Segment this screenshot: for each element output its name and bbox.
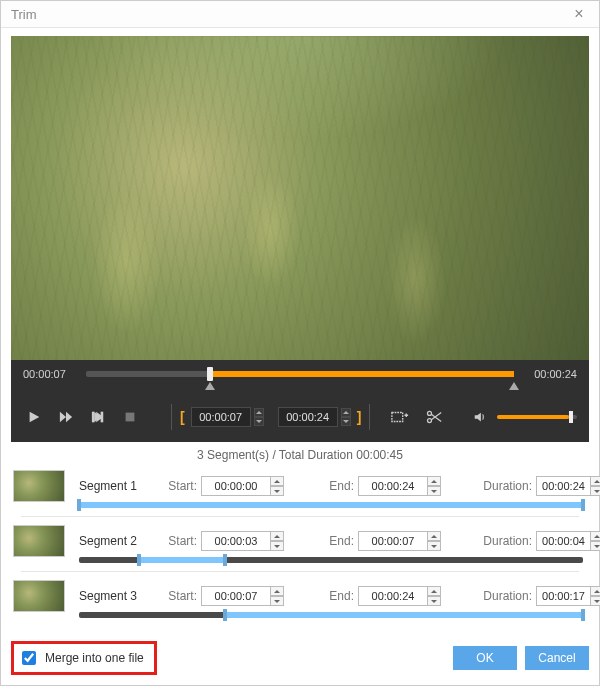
add-segment-icon[interactable] [388, 406, 412, 428]
in-time-field[interactable]: 00:00:07 [191, 407, 251, 427]
titlebar: Trim × [1, 1, 599, 28]
volume-icon[interactable] [469, 406, 491, 428]
segment-start-spinner[interactable] [271, 531, 284, 551]
segment-track[interactable] [79, 502, 583, 508]
trim-markers-row [86, 382, 514, 396]
segment-end-field[interactable]: 00:00:24 [358, 586, 428, 606]
window-title: Trim [11, 7, 37, 22]
segment-duration-field[interactable]: 00:00:17 [536, 586, 591, 606]
out-time-field[interactable]: 00:00:24 [278, 407, 338, 427]
segment-end-spinner[interactable] [428, 531, 441, 551]
svg-rect-2 [126, 413, 135, 422]
segment-start-spinner[interactable] [271, 476, 284, 496]
segment-start-field[interactable]: 00:00:07 [201, 586, 271, 606]
segment-duration-spinner[interactable] [591, 531, 600, 551]
preview-area [1, 28, 599, 360]
close-icon[interactable]: × [569, 5, 589, 23]
start-label: Start: [157, 479, 197, 493]
segment-name: Segment 3 [73, 589, 153, 603]
next-frame-icon[interactable] [87, 406, 109, 428]
segment-row[interactable]: Segment 2Start:00:00:03End:00:00:07Durat… [11, 521, 589, 557]
end-time: 00:00:24 [522, 368, 577, 380]
ok-button[interactable]: OK [453, 646, 517, 670]
segment-divider [21, 571, 579, 572]
segment-track-row [11, 612, 589, 622]
merge-label: Merge into one file [45, 651, 144, 665]
segment-thumbnail [13, 470, 65, 502]
segment-duration-field[interactable]: 00:00:04 [536, 531, 591, 551]
segment-end-spinner[interactable] [428, 586, 441, 606]
playhead-thumb[interactable] [207, 367, 213, 381]
segment-divider [21, 516, 579, 517]
segment-track-row [11, 557, 589, 567]
timeline-track[interactable] [86, 371, 514, 377]
segment-track-row [11, 502, 589, 512]
scissors-icon[interactable] [422, 406, 446, 428]
video-preview[interactable] [11, 36, 589, 360]
segment-duration-spinner[interactable] [591, 476, 600, 496]
in-out-group: [ 00:00:07 00:00:24 ] [171, 404, 370, 430]
svg-point-5 [428, 419, 432, 423]
svg-rect-1 [101, 412, 103, 423]
start-label: Start: [157, 534, 197, 548]
duration-label: Duration: [477, 589, 532, 603]
segments-summary: 3 Segment(s) / Total Duration 00:00:45 [1, 442, 599, 466]
set-out-bracket-icon[interactable]: ] [355, 409, 364, 425]
segment-in-marker[interactable] [223, 609, 227, 621]
in-marker-icon[interactable] [205, 382, 215, 390]
cancel-button[interactable]: Cancel [525, 646, 589, 670]
in-time-spinner[interactable] [254, 407, 264, 427]
segment-row[interactable]: Segment 1Start:00:00:00End:00:00:24Durat… [11, 466, 589, 502]
segment-in-marker[interactable] [77, 499, 81, 511]
segment-start-field[interactable]: 00:00:03 [201, 531, 271, 551]
volume-slider[interactable] [497, 415, 577, 419]
play-icon[interactable] [23, 406, 45, 428]
stop-icon[interactable] [119, 406, 141, 428]
segments-list: Segment 1Start:00:00:00End:00:00:24Durat… [1, 466, 599, 622]
merge-checkbox[interactable] [22, 651, 36, 665]
segment-name: Segment 1 [73, 479, 153, 493]
segment-out-marker[interactable] [223, 554, 227, 566]
segment-end-field[interactable]: 00:00:07 [358, 531, 428, 551]
segment-track[interactable] [79, 557, 583, 563]
trim-dialog: Trim × 00:00:07 00:00:24 [0, 0, 600, 686]
segment-duration-spinner[interactable] [591, 586, 600, 606]
volume-area [469, 406, 577, 428]
segment-end-field[interactable]: 00:00:24 [358, 476, 428, 496]
segment-duration-field[interactable]: 00:00:24 [536, 476, 591, 496]
volume-thumb[interactable] [569, 411, 573, 423]
end-label: End: [320, 589, 354, 603]
segment-out-marker[interactable] [581, 499, 585, 511]
merge-into-one-file[interactable]: Merge into one file [11, 641, 157, 675]
current-time: 00:00:07 [23, 368, 78, 380]
timeline-row: 00:00:07 00:00:24 [23, 360, 577, 380]
out-time-spinner[interactable] [341, 407, 351, 427]
end-label: End: [320, 534, 354, 548]
segment-in-marker[interactable] [137, 554, 141, 566]
fast-forward-icon[interactable] [55, 406, 77, 428]
playback-panel: 00:00:07 00:00:24 [ [11, 360, 589, 442]
set-in-bracket-icon[interactable]: [ [178, 409, 187, 425]
duration-label: Duration: [477, 479, 532, 493]
footer: Merge into one file OK Cancel [1, 633, 599, 685]
svg-rect-3 [392, 413, 403, 422]
segment-thumbnail [13, 525, 65, 557]
segment-thumbnail [13, 580, 65, 612]
svg-point-4 [428, 411, 432, 415]
segment-track[interactable] [79, 612, 583, 618]
segment-name: Segment 2 [73, 534, 153, 548]
segment-start-field[interactable]: 00:00:00 [201, 476, 271, 496]
duration-label: Duration: [477, 534, 532, 548]
svg-rect-0 [92, 412, 94, 423]
playback-controls: [ 00:00:07 00:00:24 ] [23, 396, 577, 432]
segment-row[interactable]: Segment 3Start:00:00:07End:00:00:24Durat… [11, 576, 589, 612]
start-label: Start: [157, 589, 197, 603]
segment-out-marker[interactable] [581, 609, 585, 621]
end-label: End: [320, 479, 354, 493]
out-marker-icon[interactable] [509, 382, 519, 390]
segment-end-spinner[interactable] [428, 476, 441, 496]
segment-start-spinner[interactable] [271, 586, 284, 606]
